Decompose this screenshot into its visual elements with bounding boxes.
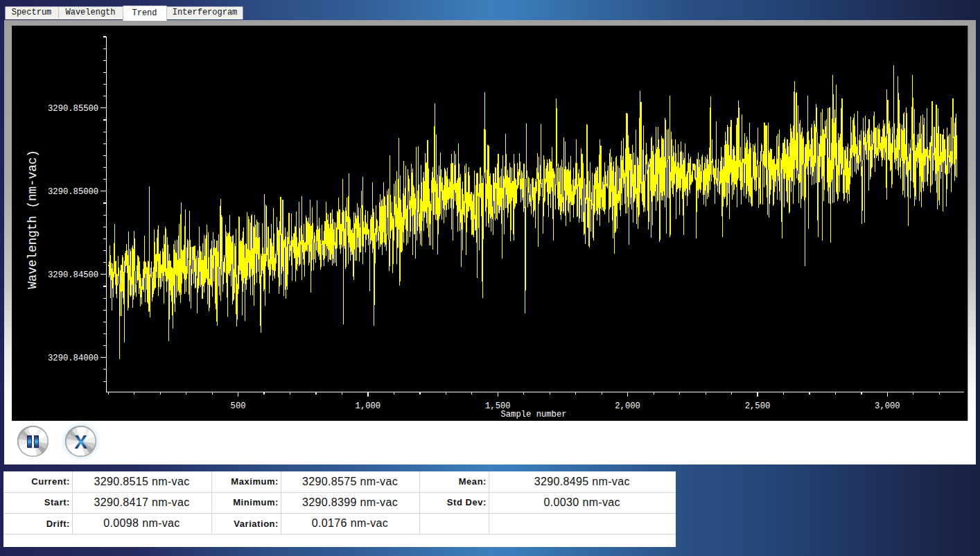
svg-text:2,000: 2,000 <box>615 401 640 411</box>
svg-text:2,500: 2,500 <box>745 401 771 411</box>
svg-text:1,000: 1,000 <box>356 401 381 411</box>
svg-text:X: X <box>74 431 87 453</box>
svg-text:3,000: 3,000 <box>875 401 900 411</box>
svg-text:3290.84000: 3290.84000 <box>48 353 98 363</box>
svg-text:3290.85000: 3290.85000 <box>48 186 98 196</box>
svg-text:3290.84500: 3290.84500 <box>48 270 98 279</box>
svg-text:3290.85500: 3290.85500 <box>48 103 98 113</box>
svg-text:Wavelength (nm-vac): Wavelength (nm-vac) <box>26 150 40 289</box>
svg-text:Sample number: Sample number <box>500 410 566 419</box>
svg-text:500: 500 <box>231 401 246 411</box>
